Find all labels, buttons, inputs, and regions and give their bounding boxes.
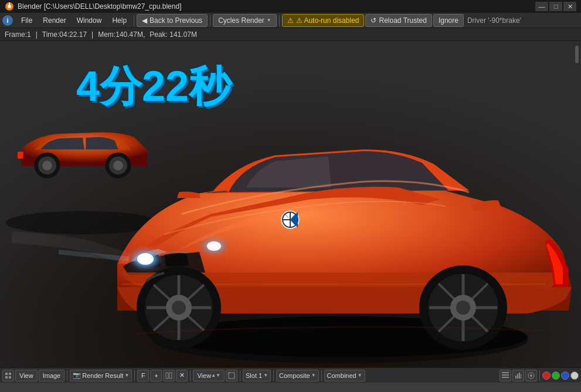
close-icon-button[interactable]: ✕ xyxy=(176,370,188,381)
back-label: Back to Previous xyxy=(150,16,202,25)
svg-rect-46 xyxy=(502,377,509,378)
peak-info: Peak: 141.07M xyxy=(150,30,197,39)
combined-label: Combined xyxy=(327,372,356,379)
scroll-indicator[interactable] xyxy=(575,46,579,63)
svg-rect-49 xyxy=(519,373,520,379)
ignore-label: Ignore xyxy=(439,16,458,25)
color-buttons xyxy=(542,371,579,380)
fit-icon-button[interactable] xyxy=(226,370,237,381)
svg-rect-48 xyxy=(517,374,518,379)
slot-select[interactable]: Slot 1 ▼ xyxy=(243,370,271,381)
title-controls: — □ ✕ xyxy=(535,2,576,11)
view-button[interactable]: View xyxy=(15,370,38,381)
bottom-bar: View Image 📷 Render Result ▼ F + ✕ View … xyxy=(0,367,581,383)
info-bar: Frame:1 | Time:04:22.17 | Mem:140.47M, P… xyxy=(0,28,581,41)
svg-point-1 xyxy=(8,5,11,8)
vectorscope-icon-button[interactable] xyxy=(525,370,537,381)
svg-rect-50 xyxy=(521,374,521,379)
maximize-button[interactable]: □ xyxy=(549,2,562,11)
svg-rect-47 xyxy=(515,376,517,379)
view2-button[interactable]: View ▲▼ xyxy=(193,370,225,381)
autorun-text: ⚠ Auto-run disabled xyxy=(296,16,359,25)
reload-trusted-button[interactable]: ↺ Reload Trusted xyxy=(365,14,431,27)
svg-point-16 xyxy=(137,253,154,265)
cycles-render-select[interactable]: Cycles Render ▼ xyxy=(213,14,277,27)
svg-rect-39 xyxy=(5,376,8,379)
mem-info: Mem:140.47M, xyxy=(98,30,145,39)
minimize-button[interactable]: — xyxy=(535,2,548,11)
separator-b5 xyxy=(273,370,274,381)
add-icon-button[interactable]: + xyxy=(150,370,162,381)
svg-rect-44 xyxy=(502,372,509,373)
separator-b1 xyxy=(67,370,67,381)
separator-2 xyxy=(210,15,210,26)
svg-point-12 xyxy=(113,161,123,171)
svg-rect-42 xyxy=(169,373,172,379)
time-info: Time:04:22.17 xyxy=(42,30,87,39)
svg-point-52 xyxy=(530,374,532,377)
separator-b7 xyxy=(539,370,540,381)
back-to-previous-button[interactable]: ◀ Back to Previous xyxy=(137,14,208,27)
menu-bar: i File Render Window Help ◀ Back to Prev… xyxy=(0,13,581,28)
svg-point-6 xyxy=(6,211,158,234)
window-menu[interactable]: Window xyxy=(72,14,107,27)
composite-dropdown-icon: ▼ xyxy=(311,373,316,378)
slot-label: Slot 1 xyxy=(246,372,262,379)
f-label: F xyxy=(141,372,145,379)
svg-rect-43 xyxy=(229,373,235,379)
back-arrow-icon: ◀ xyxy=(142,16,147,25)
image-button[interactable]: Image xyxy=(39,370,65,381)
image-label: Image xyxy=(43,372,61,379)
separator-pipe-1: | xyxy=(36,30,38,39)
file-menu[interactable]: File xyxy=(16,14,37,27)
title-left: Blender [C:\Users\DELL\Desktop\bmw27_cpu… xyxy=(5,2,181,11)
grid-icon-button[interactable] xyxy=(163,370,175,381)
combined-select[interactable]: Combined ▼ xyxy=(324,370,365,381)
zebra-icon-button[interactable] xyxy=(500,370,511,381)
reload-label: Reload Trusted xyxy=(379,16,426,25)
separator-3 xyxy=(279,15,280,26)
green-color-button[interactable] xyxy=(552,371,560,380)
f-button[interactable]: F xyxy=(137,370,149,381)
separator-b6 xyxy=(321,370,322,381)
frame-info: Frame:1 xyxy=(5,30,31,39)
help-menu[interactable]: Help xyxy=(107,14,131,27)
cycles-render-label: Cycles Render xyxy=(218,16,264,25)
separator-b4 xyxy=(240,370,240,381)
svg-rect-13 xyxy=(18,152,23,159)
render-area: 4分22秒 xyxy=(0,41,581,367)
close-button[interactable]: ✕ xyxy=(563,2,576,11)
render-menu[interactable]: Render xyxy=(38,14,70,27)
blender-logo-icon xyxy=(5,2,14,11)
header-icon-button[interactable] xyxy=(2,370,14,381)
separator-1 xyxy=(134,15,134,26)
histogram-icon-button[interactable] xyxy=(512,370,524,381)
warning-icon: ⚠ xyxy=(287,16,294,25)
svg-point-28 xyxy=(172,301,186,315)
ignore-button[interactable]: Ignore xyxy=(433,14,464,27)
combined-dropdown-icon: ▼ xyxy=(358,373,362,378)
title-text: Blender [C:\Users\DELL\Desktop\bmw27_cpu… xyxy=(18,2,181,11)
blue-color-button[interactable] xyxy=(561,371,569,380)
timer-text: 4分22秒 xyxy=(76,59,231,115)
svg-rect-41 xyxy=(166,373,168,379)
render-result-dropdown-icon: ▼ xyxy=(125,373,130,378)
svg-rect-37 xyxy=(5,373,8,375)
svg-point-18 xyxy=(207,241,221,251)
cycles-dropdown-icon: ▼ xyxy=(267,18,271,23)
autorun-warning: ⚠ ⚠ Auto-run disabled xyxy=(282,14,365,27)
red-color-button[interactable] xyxy=(542,371,551,380)
separator-pipe-2: | xyxy=(91,30,93,39)
composite-select[interactable]: Composite ▼ xyxy=(276,370,319,381)
view2-label: View xyxy=(197,372,211,379)
driver-text: Driver '-90*brake' xyxy=(467,16,521,25)
info-icon[interactable]: i xyxy=(2,15,13,26)
svg-rect-40 xyxy=(9,376,11,379)
separator-b2 xyxy=(134,370,135,381)
white-color-button[interactable] xyxy=(570,371,579,380)
reload-icon: ↺ xyxy=(371,16,376,25)
render-result-select[interactable]: 📷 Render Result ▼ xyxy=(70,370,132,381)
separator-b3 xyxy=(190,370,191,381)
view2-dropdown-icon: ▲▼ xyxy=(211,373,220,378)
svg-point-9 xyxy=(42,161,52,171)
